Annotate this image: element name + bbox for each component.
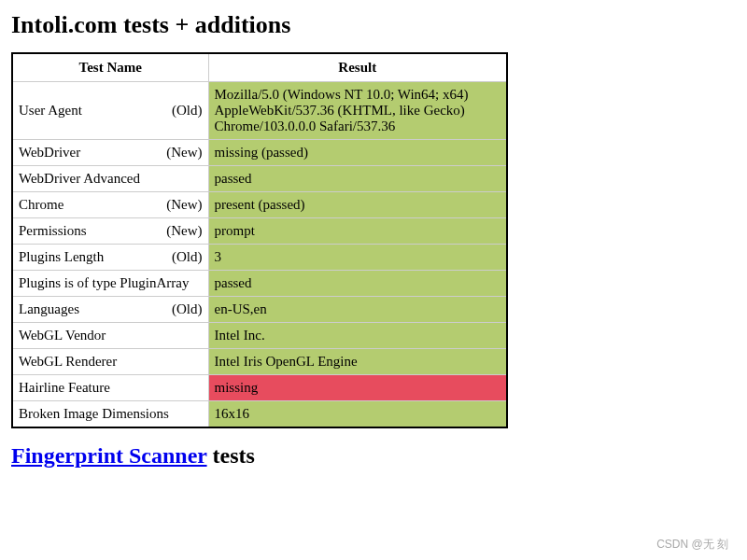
test-result-cell: Intel Iris OpenGL Engine bbox=[208, 349, 507, 375]
test-name: Broken Image Dimensions bbox=[19, 406, 169, 421]
test-result-cell: present (passed) bbox=[208, 192, 507, 218]
page-content[interactable]: Intoli.com tests + additions Test Name R… bbox=[0, 0, 747, 560]
test-name: WebDriver bbox=[19, 145, 80, 160]
table-row: Languages(Old)en-US,en bbox=[12, 297, 507, 323]
test-name: Plugins is of type PluginArray bbox=[19, 275, 190, 290]
test-name: Permissions bbox=[19, 223, 87, 238]
test-tag: (New) bbox=[166, 223, 202, 239]
test-result-cell: 16x16 bbox=[208, 401, 507, 428]
col-header-name: Test Name bbox=[12, 53, 208, 82]
test-name-cell: WebGL Renderer bbox=[12, 349, 208, 375]
test-name-cell: User Agent(Old) bbox=[12, 82, 208, 140]
test-name-cell: WebDriver(New) bbox=[12, 140, 208, 166]
test-name-cell: Broken Image Dimensions bbox=[12, 401, 208, 428]
test-name-cell: Permissions(New) bbox=[12, 218, 208, 245]
test-name: WebDriver Advanced bbox=[19, 171, 140, 186]
table-row: Plugins Length(Old)3 bbox=[12, 245, 507, 271]
test-result-cell: Mozilla/5.0 (Windows NT 10.0; Win64; x64… bbox=[208, 82, 507, 140]
test-name: WebGL Vendor bbox=[19, 328, 106, 343]
table-row: WebGL VendorIntel Inc. bbox=[12, 323, 507, 349]
test-tag: (New) bbox=[166, 145, 202, 161]
col-header-result: Result bbox=[208, 53, 507, 82]
table-row: Plugins is of type PluginArraypassed bbox=[12, 271, 507, 297]
test-name-cell: Languages(Old) bbox=[12, 297, 208, 323]
fingerprint-scanner-link[interactable]: Fingerprint Scanner bbox=[11, 443, 207, 468]
table-row: Broken Image Dimensions16x16 bbox=[12, 401, 507, 428]
test-name-cell: Hairline Feature bbox=[12, 375, 208, 401]
table-row: Hairline Featuremissing bbox=[12, 375, 507, 401]
section-fingerprint-heading: Fingerprint Scanner tests bbox=[11, 443, 736, 469]
test-name: User Agent bbox=[19, 103, 82, 118]
test-name-cell: Chrome(New) bbox=[12, 192, 208, 218]
test-result-cell: Intel Inc. bbox=[208, 323, 507, 349]
test-result-cell: en-US,en bbox=[208, 297, 507, 323]
test-tag: (New) bbox=[166, 197, 202, 213]
table-row: User Agent(Old)Mozilla/5.0 (Windows NT 1… bbox=[12, 82, 507, 140]
test-name: Chrome bbox=[19, 197, 63, 212]
test-name: Hairline Feature bbox=[19, 380, 110, 395]
page-title: Intoli.com tests + additions bbox=[11, 11, 736, 39]
table-row: WebDriver(New)missing (passed) bbox=[12, 140, 507, 166]
test-name-cell: Plugins is of type PluginArray bbox=[12, 271, 208, 297]
table-row: Chrome(New)present (passed) bbox=[12, 192, 507, 218]
test-result-cell: missing bbox=[208, 375, 507, 401]
test-name-cell: WebDriver Advanced bbox=[12, 166, 208, 192]
test-name-cell: Plugins Length(Old) bbox=[12, 245, 208, 271]
test-tag: (Old) bbox=[172, 301, 203, 317]
test-result-cell: passed bbox=[208, 166, 507, 192]
test-result-cell: passed bbox=[208, 271, 507, 297]
table-row: WebDriver Advancedpassed bbox=[12, 166, 507, 192]
table-row: Permissions(New)prompt bbox=[12, 218, 507, 245]
tests-table: Test Name Result User Agent(Old)Mozilla/… bbox=[11, 52, 508, 428]
fingerprint-suffix: tests bbox=[207, 443, 255, 468]
tests-table-body: User Agent(Old)Mozilla/5.0 (Windows NT 1… bbox=[12, 82, 507, 428]
test-result-cell: missing (passed) bbox=[208, 140, 507, 166]
test-tag: (Old) bbox=[172, 103, 203, 119]
table-row: WebGL RendererIntel Iris OpenGL Engine bbox=[12, 349, 507, 375]
test-name: WebGL Renderer bbox=[19, 354, 117, 369]
test-result-cell: prompt bbox=[208, 218, 507, 245]
test-name-cell: WebGL Vendor bbox=[12, 323, 208, 349]
test-name: Languages bbox=[19, 301, 79, 316]
test-name: Plugins Length bbox=[19, 249, 104, 264]
test-result-cell: 3 bbox=[208, 245, 507, 271]
test-tag: (Old) bbox=[172, 249, 203, 265]
